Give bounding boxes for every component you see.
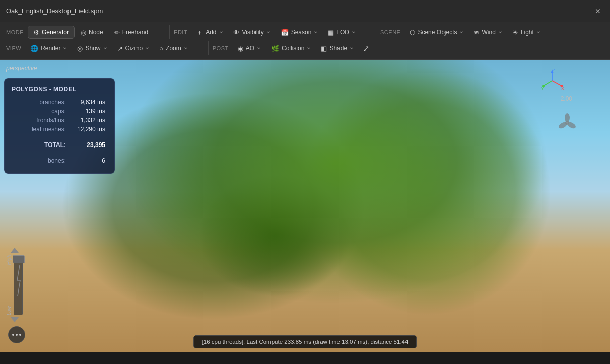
options-menu-button[interactable]	[8, 326, 25, 343]
node-label: Node	[89, 29, 103, 36]
lod-button[interactable]: ▦ LOD	[323, 26, 360, 38]
render-dropdown-arrow	[64, 46, 67, 49]
axis-svg: Z X Y	[539, 68, 565, 93]
lod-label: LOD	[336, 29, 349, 36]
ao-label: AO	[246, 45, 254, 52]
shade-button[interactable]: ◧ Shade	[316, 42, 358, 54]
zoom-indicator: 2.00	[561, 95, 572, 102]
lod-arrow-down[interactable]	[11, 317, 19, 322]
ao-icon: ◉	[238, 45, 243, 52]
ao-button[interactable]: ◉ AO	[233, 42, 265, 54]
statusbar-text: [16 cpu threads], Last Compute 233.85 ms…	[202, 339, 409, 345]
edit-label: Edit	[174, 29, 187, 35]
stat-bones-value: 6	[70, 157, 105, 164]
freehand-button[interactable]: ✏ Freehand	[109, 26, 153, 38]
wind-button[interactable]: ≋ Wind	[468, 26, 506, 38]
scene-section: Scene ⬡ Scene Objects ≋ Wind ☀ Light	[380, 26, 545, 38]
close-button[interactable]: ✕	[592, 5, 604, 17]
stat-row-caps: caps: 139 tris	[12, 108, 105, 115]
freehand-label: Freehand	[122, 29, 148, 36]
gizmo-icon: ↗	[117, 45, 123, 52]
generator-label: Generator	[42, 29, 69, 36]
stat-branches-value: 9,634 tris	[70, 99, 105, 106]
stat-leafmeshes-value: 12,290 tris	[70, 126, 105, 133]
lod-track[interactable]	[14, 255, 23, 315]
svg-text:X: X	[561, 86, 564, 91]
light-icon: ☀	[512, 29, 518, 36]
light-dropdown-arrow	[537, 30, 540, 33]
viewport[interactable]: perspective POLYGONS - MODEL branches: 9…	[0, 60, 610, 352]
stat-fronds-value: 1,332 tris	[70, 117, 105, 124]
stats-panel: POLYGONS - MODEL branches: 9,634 tris ca…	[4, 78, 115, 174]
mode-section: Mode ⚙ Generator ◎ Node ✏ Freehand	[6, 26, 153, 39]
render-icon: 🌐	[30, 45, 38, 52]
divider-1	[169, 25, 170, 39]
stats-title: POLYGONS - MODEL	[12, 86, 105, 93]
lod-high-label: High	[6, 255, 12, 265]
stat-divider-2	[12, 153, 105, 153]
svg-line-6	[544, 81, 552, 86]
collision-label: Collision	[282, 45, 304, 52]
add-label: Add	[206, 29, 216, 36]
mode-label: Mode	[6, 29, 24, 35]
stat-branches-label: branches:	[21, 99, 66, 106]
generator-button[interactable]: ⚙ Generator	[28, 26, 75, 39]
perspective-label: perspective	[6, 65, 37, 72]
lod-icon: ▦	[328, 29, 334, 36]
stat-row-fronds: fronds/fins: 1,332 tris	[12, 117, 105, 124]
stat-leafmeshes-label: leaf meshes:	[21, 126, 66, 133]
collision-dropdown-arrow	[308, 46, 311, 49]
add-button[interactable]: ＋ Add	[191, 26, 227, 38]
gizmo-dropdown-arrow	[146, 46, 149, 49]
svg-line-3	[552, 81, 561, 86]
show-dropdown-arrow	[104, 46, 107, 49]
scene-objects-button[interactable]: ⬡ Scene Objects	[404, 26, 467, 38]
fan-svg	[557, 113, 577, 133]
lod-thumb[interactable]	[13, 255, 25, 263]
stat-total-label: TOTAL:	[21, 141, 66, 149]
titlebar-title: Oak_English_Desktop_Field.spm	[6, 7, 103, 15]
svg-point-10	[565, 113, 570, 122]
lod-lightning-icon	[16, 265, 22, 296]
wind-dropdown-arrow	[499, 30, 502, 33]
visibility-icon: 👁	[233, 29, 240, 36]
post-label: Post	[213, 45, 229, 51]
scene-label: Scene	[380, 29, 400, 35]
zoom-button[interactable]: ○ Zoom	[154, 42, 192, 54]
node-button[interactable]: ◎ Node	[76, 26, 108, 38]
gizmo-button[interactable]: ↗ Gizmo	[112, 42, 154, 54]
season-button[interactable]: 📅 Season	[276, 26, 322, 38]
collision-button[interactable]: 🌿 Collision	[266, 42, 315, 54]
stat-bones-label: bones:	[21, 157, 66, 164]
stat-row-bones: bones: 6	[12, 157, 105, 164]
svg-text:Y: Y	[541, 86, 544, 91]
stat-caps-value: 139 tris	[70, 108, 105, 115]
svg-text:Z: Z	[553, 68, 556, 72]
toolbar: Mode ⚙ Generator ◎ Node ✏ Freehand Edit …	[0, 22, 610, 60]
lod-low-label: Low	[6, 306, 12, 315]
render-button[interactable]: 🌐 Render	[25, 42, 71, 54]
freehand-icon: ✏	[114, 29, 120, 36]
post-section: Post ◉ AO 🌿 Collision ◧ Shade ⤢	[213, 42, 373, 55]
show-button[interactable]: ◎ Show	[72, 42, 111, 54]
show-label: Show	[85, 45, 100, 52]
light-button[interactable]: ☀ Light	[507, 26, 545, 38]
stat-fronds-label: fronds/fins:	[21, 117, 66, 124]
divider-3	[208, 41, 209, 55]
season-label: Season	[291, 29, 312, 36]
light-label: Light	[521, 29, 534, 36]
scene-objects-label: Scene Objects	[418, 29, 457, 36]
node-icon: ◎	[81, 29, 86, 36]
shade-dropdown-arrow	[350, 46, 353, 49]
visibility-label: Visibility	[242, 29, 264, 36]
expand-button[interactable]: ⤢	[359, 42, 373, 55]
titlebar: Oak_English_Desktop_Field.spm ✕	[0, 0, 610, 22]
wind-label: Wind	[482, 29, 495, 36]
visibility-button[interactable]: 👁 Visibility	[228, 26, 275, 38]
stat-row-branches: branches: 9,634 tris	[12, 99, 105, 106]
lod-arrow-up[interactable]	[11, 248, 19, 253]
stat-divider	[12, 137, 105, 137]
stat-row-total: TOTAL: 23,395	[12, 141, 105, 149]
divider-2	[376, 25, 376, 39]
lod-indicator[interactable]: High Low	[6, 248, 23, 322]
